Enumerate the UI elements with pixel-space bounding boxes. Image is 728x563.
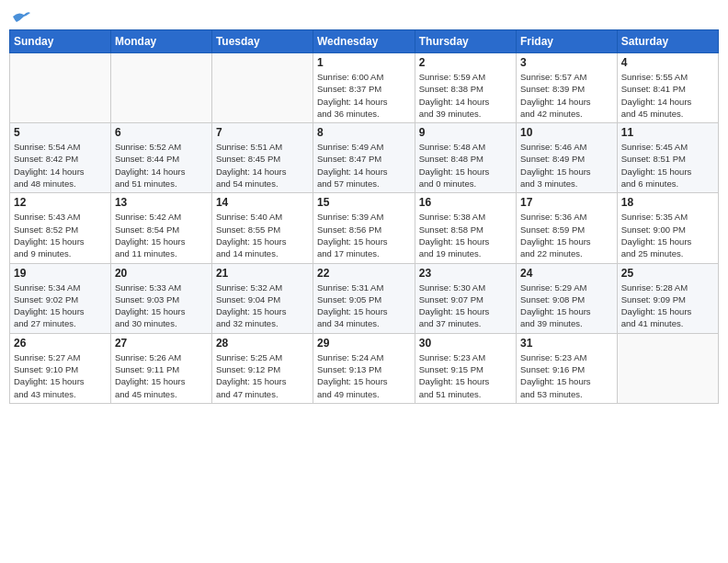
calendar-cell: 6Sunrise: 5:52 AM Sunset: 8:44 PM Daylig… — [110, 123, 211, 193]
calendar-cell: 29Sunrise: 5:24 AM Sunset: 9:13 PM Dayli… — [313, 333, 415, 403]
day-info: Sunrise: 5:43 AM Sunset: 8:52 PM Dayligh… — [14, 211, 107, 259]
logo-bird-icon — [11, 9, 31, 26]
calendar-cell: 24Sunrise: 5:29 AM Sunset: 9:08 PM Dayli… — [517, 263, 618, 333]
day-number: 31 — [520, 337, 613, 350]
calendar-cell: 25Sunrise: 5:28 AM Sunset: 9:09 PM Dayli… — [617, 263, 718, 333]
calendar-cell: 31Sunrise: 5:23 AM Sunset: 9:16 PM Dayli… — [517, 333, 618, 403]
day-info: Sunrise: 5:48 AM Sunset: 8:48 PM Dayligh… — [419, 141, 512, 190]
day-info: Sunrise: 5:54 AM Sunset: 8:42 PM Dayligh… — [14, 141, 107, 190]
day-number: 10 — [520, 126, 613, 139]
day-info: Sunrise: 5:23 AM Sunset: 9:16 PM Dayligh… — [520, 351, 613, 400]
calendar-cell: 28Sunrise: 5:25 AM Sunset: 9:12 PM Dayli… — [211, 333, 313, 403]
day-info: Sunrise: 5:23 AM Sunset: 9:15 PM Dayligh… — [419, 351, 512, 400]
day-info: Sunrise: 5:38 AM Sunset: 8:58 PM Dayligh… — [419, 211, 512, 259]
calendar-week-3: 12Sunrise: 5:43 AM Sunset: 8:52 PM Dayli… — [10, 193, 719, 263]
day-number: 16 — [419, 196, 512, 209]
day-info: Sunrise: 5:29 AM Sunset: 9:08 PM Dayligh… — [520, 282, 613, 330]
day-number: 26 — [14, 337, 107, 350]
calendar-cell: 7Sunrise: 5:51 AM Sunset: 8:45 PM Daylig… — [211, 123, 313, 193]
day-number: 20 — [115, 267, 208, 280]
calendar-cell: 30Sunrise: 5:23 AM Sunset: 9:15 PM Dayli… — [415, 333, 516, 403]
day-number: 12 — [14, 196, 107, 209]
day-info: Sunrise: 5:52 AM Sunset: 8:44 PM Dayligh… — [115, 141, 208, 190]
calendar-cell: 18Sunrise: 5:35 AM Sunset: 9:00 PM Dayli… — [617, 193, 718, 263]
day-info: Sunrise: 5:24 AM Sunset: 9:13 PM Dayligh… — [317, 351, 411, 400]
calendar-cell — [211, 53, 313, 123]
day-number: 21 — [216, 267, 309, 280]
day-number: 14 — [216, 196, 309, 209]
day-number: 15 — [317, 196, 411, 209]
calendar-cell: 16Sunrise: 5:38 AM Sunset: 8:58 PM Dayli… — [415, 193, 516, 263]
day-number: 6 — [115, 126, 208, 139]
day-info: Sunrise: 5:33 AM Sunset: 9:03 PM Dayligh… — [115, 282, 208, 330]
calendar-cell: 15Sunrise: 5:39 AM Sunset: 8:56 PM Dayli… — [313, 193, 415, 263]
calendar-cell: 19Sunrise: 5:34 AM Sunset: 9:02 PM Dayli… — [10, 263, 111, 333]
day-number: 3 — [520, 56, 613, 69]
weekday-header-saturday: Saturday — [617, 30, 718, 53]
calendar-cell: 23Sunrise: 5:30 AM Sunset: 9:07 PM Dayli… — [415, 263, 516, 333]
day-info: Sunrise: 5:27 AM Sunset: 9:10 PM Dayligh… — [14, 351, 107, 400]
day-info: Sunrise: 5:35 AM Sunset: 9:00 PM Dayligh… — [621, 211, 714, 259]
calendar-cell: 17Sunrise: 5:36 AM Sunset: 8:59 PM Dayli… — [517, 193, 618, 263]
calendar-cell: 26Sunrise: 5:27 AM Sunset: 9:10 PM Dayli… — [10, 333, 111, 403]
day-number: 9 — [419, 126, 512, 139]
day-number: 28 — [216, 337, 309, 350]
weekday-header-friday: Friday — [517, 30, 618, 53]
day-info: Sunrise: 5:28 AM Sunset: 9:09 PM Dayligh… — [621, 282, 714, 330]
calendar-week-1: 1Sunrise: 6:00 AM Sunset: 8:37 PM Daylig… — [10, 53, 719, 123]
day-info: Sunrise: 5:36 AM Sunset: 8:59 PM Dayligh… — [520, 211, 613, 259]
day-info: Sunrise: 5:26 AM Sunset: 9:11 PM Dayligh… — [115, 351, 208, 400]
calendar-cell: 4Sunrise: 5:55 AM Sunset: 8:41 PM Daylig… — [617, 53, 718, 123]
calendar-week-5: 26Sunrise: 5:27 AM Sunset: 9:10 PM Dayli… — [10, 333, 719, 403]
calendar-cell: 2Sunrise: 5:59 AM Sunset: 8:38 PM Daylig… — [415, 53, 516, 123]
calendar-week-4: 19Sunrise: 5:34 AM Sunset: 9:02 PM Dayli… — [10, 263, 719, 333]
weekday-header-sunday: Sunday — [10, 30, 111, 53]
day-info: Sunrise: 5:57 AM Sunset: 8:39 PM Dayligh… — [520, 71, 613, 120]
day-number: 2 — [419, 56, 512, 69]
calendar-cell: 3Sunrise: 5:57 AM Sunset: 8:39 PM Daylig… — [517, 53, 618, 123]
calendar-cell: 27Sunrise: 5:26 AM Sunset: 9:11 PM Dayli… — [110, 333, 211, 403]
day-info: Sunrise: 5:30 AM Sunset: 9:07 PM Dayligh… — [419, 282, 512, 330]
day-number: 13 — [115, 196, 208, 209]
calendar-header-row: SundayMondayTuesdayWednesdayThursdayFrid… — [10, 30, 719, 53]
day-info: Sunrise: 5:59 AM Sunset: 8:38 PM Dayligh… — [419, 71, 512, 120]
day-number: 23 — [419, 267, 512, 280]
weekday-header-monday: Monday — [110, 30, 211, 53]
calendar-table: SundayMondayTuesdayWednesdayThursdayFrid… — [9, 29, 719, 404]
calendar-cell: 5Sunrise: 5:54 AM Sunset: 8:42 PM Daylig… — [10, 123, 111, 193]
calendar-cell: 10Sunrise: 5:46 AM Sunset: 8:49 PM Dayli… — [517, 123, 618, 193]
calendar-cell: 21Sunrise: 5:32 AM Sunset: 9:04 PM Dayli… — [211, 263, 313, 333]
calendar-cell: 13Sunrise: 5:42 AM Sunset: 8:54 PM Dayli… — [110, 193, 211, 263]
calendar-cell — [110, 53, 211, 123]
calendar-cell: 20Sunrise: 5:33 AM Sunset: 9:03 PM Dayli… — [110, 263, 211, 333]
day-number: 4 — [621, 56, 714, 69]
day-number: 19 — [14, 267, 107, 280]
weekday-header-wednesday: Wednesday — [313, 30, 415, 53]
day-info: Sunrise: 5:40 AM Sunset: 8:55 PM Dayligh… — [216, 211, 309, 259]
day-number: 18 — [621, 196, 714, 209]
day-number: 29 — [317, 337, 411, 350]
calendar-cell — [617, 333, 718, 403]
day-number: 25 — [621, 267, 714, 280]
day-info: Sunrise: 6:00 AM Sunset: 8:37 PM Dayligh… — [317, 71, 411, 120]
day-number: 7 — [216, 126, 309, 139]
day-number: 8 — [317, 126, 411, 139]
day-info: Sunrise: 5:55 AM Sunset: 8:41 PM Dayligh… — [621, 71, 714, 120]
day-number: 17 — [520, 196, 613, 209]
day-number: 24 — [520, 267, 613, 280]
day-number: 5 — [14, 126, 107, 139]
day-number: 1 — [317, 56, 411, 69]
day-info: Sunrise: 5:31 AM Sunset: 9:05 PM Dayligh… — [317, 282, 411, 330]
day-info: Sunrise: 5:46 AM Sunset: 8:49 PM Dayligh… — [520, 141, 613, 190]
calendar-cell: 9Sunrise: 5:48 AM Sunset: 8:48 PM Daylig… — [415, 123, 516, 193]
day-info: Sunrise: 5:34 AM Sunset: 9:02 PM Dayligh… — [14, 282, 107, 330]
weekday-header-thursday: Thursday — [415, 30, 516, 53]
logo — [9, 9, 31, 22]
page-header — [9, 9, 719, 22]
day-info: Sunrise: 5:42 AM Sunset: 8:54 PM Dayligh… — [115, 211, 208, 259]
day-info: Sunrise: 5:32 AM Sunset: 9:04 PM Dayligh… — [216, 282, 309, 330]
calendar-cell: 14Sunrise: 5:40 AM Sunset: 8:55 PM Dayli… — [211, 193, 313, 263]
day-info: Sunrise: 5:51 AM Sunset: 8:45 PM Dayligh… — [216, 141, 309, 190]
calendar-cell: 22Sunrise: 5:31 AM Sunset: 9:05 PM Dayli… — [313, 263, 415, 333]
calendar-cell — [10, 53, 111, 123]
